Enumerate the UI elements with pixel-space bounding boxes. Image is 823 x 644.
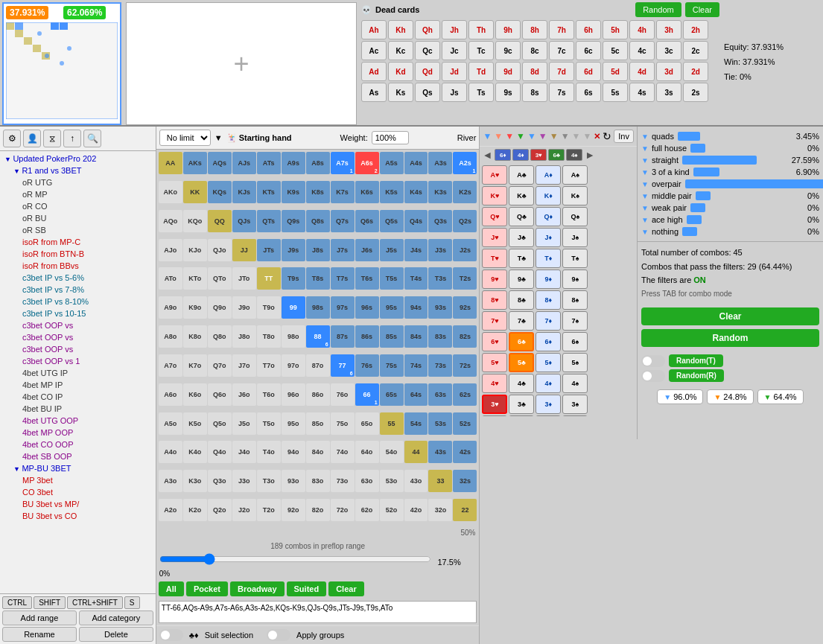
rg-cell-94o[interactable]: 94o (282, 441, 305, 463)
dead-card-5s[interactable]: 5s (603, 83, 628, 102)
board-card-9s[interactable]: 9♠ (562, 270, 588, 289)
rg-cell-Q2s[interactable]: Q2s (453, 210, 477, 232)
rg-cell-94s[interactable]: 94s (404, 296, 428, 319)
rg-cell-T9o[interactable]: T9o (257, 296, 281, 319)
rg-cell-T7s[interactable]: T7s (331, 267, 355, 290)
tree-item-5[interactable]: oR BU (1, 212, 154, 224)
rg-cell-AJs[interactable]: AJs (232, 152, 256, 174)
weight-input[interactable] (372, 131, 409, 144)
rg-cell-T6o[interactable]: T6o (257, 383, 281, 406)
rg-cell-QTo[interactable]: QTo (208, 267, 232, 290)
dead-card-Kh[interactable]: Kh (388, 20, 413, 39)
board-card-Jh[interactable]: J♥ (482, 228, 507, 247)
board-card-4c[interactable]: 4♣ (509, 374, 534, 393)
filter-triangle-4[interactable]: ▼ (516, 131, 525, 141)
dead-card-Jd[interactable]: Jd (442, 62, 467, 81)
rg-cell-87o[interactable]: 87o (306, 354, 330, 377)
tree-item-16[interactable]: c3bet OOP vs (1, 343, 154, 355)
clear-dead-cards-button[interactable]: Clear (685, 2, 719, 17)
rename-btn[interactable]: Rename (2, 627, 77, 642)
rg-cell-86s[interactable]: 86s (355, 325, 379, 348)
rg-cell-QTs[interactable]: QTs (257, 210, 281, 232)
rg-cell-J7s[interactable]: J7s (331, 239, 355, 261)
board-card-Jc[interactable]: J♣ (509, 228, 534, 247)
filter-clear-icon[interactable]: ✕ (594, 132, 600, 141)
dead-card-8d[interactable]: 8d (522, 62, 547, 81)
board-card-2h[interactable]: 2♥ (482, 415, 507, 416)
add-range-icon[interactable]: + (233, 48, 249, 80)
rg-cell-K4s[interactable]: K4s (404, 181, 428, 203)
rg-cell-99[interactable]: 99 (282, 296, 305, 319)
rg-cell-Q9o[interactable]: Q9o (208, 296, 232, 319)
board-card-8s[interactable]: 8♠ (562, 290, 588, 310)
rg-cell-J3s[interactable]: J3s (428, 239, 452, 261)
filter-triangle-5[interactable]: ▼ (527, 131, 536, 141)
rg-cell-33[interactable]: 33 (428, 470, 452, 492)
rg-cell-Q7s[interactable]: Q7s (331, 210, 355, 232)
rg-cell-72s[interactable]: 72s (453, 354, 477, 377)
rg-cell-KTo[interactable]: KTo (183, 267, 207, 290)
rg-cell-42s[interactable]: 42s (453, 441, 477, 463)
rg-cell-92s[interactable]: 92s (453, 296, 477, 319)
hand-filter-straight[interactable]: ▼straight27.59% (641, 154, 819, 166)
board-card-9h[interactable]: 9♥ (482, 270, 507, 289)
board-card-Qc[interactable]: Q♣ (509, 207, 534, 226)
tree-item-8[interactable]: isoR from BTN-B (1, 248, 154, 260)
inv-button[interactable]: Inv (614, 130, 634, 143)
rg-cell-86o[interactable]: 86o (306, 383, 330, 406)
filter-badge-96.0%[interactable]: ▼96.0% (657, 389, 703, 404)
rg-cell-AQo[interactable]: AQo (159, 210, 182, 232)
rg-cell-T8s[interactable]: T8s (306, 267, 330, 290)
rg-cell-J4o[interactable]: J4o (232, 441, 256, 463)
board-card-2s[interactable]: 2♠ (562, 415, 588, 416)
board-card-Td[interactable]: T♦ (536, 249, 561, 268)
board-card-7d[interactable]: 7♦ (536, 311, 561, 331)
tree-item-13[interactable]: c3bet IP vs 10-15 (1, 307, 154, 319)
rg-cell-Q6o[interactable]: Q6o (208, 383, 232, 406)
delete-btn[interactable]: Delete (79, 627, 153, 642)
rg-cell-T3s[interactable]: T3s (428, 267, 452, 290)
rg-cell-KQs[interactable]: KQs (208, 181, 232, 203)
rg-cell-76s[interactable]: 76s (355, 354, 379, 377)
rg-cell-84s[interactable]: 84s (404, 325, 428, 348)
rg-cell-Q3o[interactable]: Q3o (208, 470, 232, 492)
rg-cell-73o[interactable]: 73o (331, 470, 355, 492)
dead-card-3h[interactable]: 3h (656, 20, 681, 39)
board-selected-card-2[interactable]: 4♦ (512, 149, 529, 161)
rg-cell-Q8o[interactable]: Q8o (208, 325, 232, 348)
filter-triangle-1[interactable]: ▼ (483, 131, 492, 141)
board-card-Ad[interactable]: A♦ (536, 165, 561, 185)
rg-cell-72o[interactable]: 72o (331, 499, 355, 521)
rg-cell-Q5o[interactable]: Q5o (208, 412, 232, 435)
tree-item-26[interactable]: ▼ MP-BU 3BET (1, 462, 154, 474)
random-button[interactable]: Random (635, 2, 681, 17)
rg-cell-KJs[interactable]: KJs (232, 181, 256, 203)
pct-slider[interactable] (159, 553, 432, 565)
rg-cell-QJo[interactable]: QJo (208, 239, 232, 261)
range-action-broadway-btn[interactable]: Broadway (230, 581, 285, 596)
rg-cell-32o[interactable]: 32o (428, 499, 452, 521)
rg-cell-Q4s[interactable]: Q4s (404, 210, 428, 232)
rg-cell-T9s[interactable]: T9s (282, 267, 305, 290)
rg-cell-A9o[interactable]: A9o (159, 296, 182, 319)
hand-filter-full-house[interactable]: ▼full house0% (641, 142, 819, 154)
tree-item-23[interactable]: 4bet MP OOP (1, 427, 154, 439)
rg-cell-T3o[interactable]: T3o (257, 470, 281, 492)
shortcut-shift[interactable]: SHIFT (34, 596, 66, 609)
hand-filter-overpair[interactable]: ▼overpair62.07% (641, 178, 819, 190)
rg-cell-J5o[interactable]: J5o (232, 412, 256, 435)
rg-cell-J6s[interactable]: J6s (355, 239, 379, 261)
dead-card-2h[interactable]: 2h (683, 20, 708, 39)
rg-cell-J3o[interactable]: J3o (232, 470, 256, 492)
rg-cell-JTs[interactable]: JTs (257, 239, 281, 261)
dead-card-6c[interactable]: 6c (576, 41, 601, 60)
rg-cell-JJ[interactable]: JJ (232, 239, 256, 261)
rg-cell-ATo[interactable]: ATo (159, 267, 182, 290)
rg-cell-74o[interactable]: 74o (331, 441, 355, 463)
rg-cell-A8o[interactable]: A8o (159, 325, 182, 348)
rg-cell-42o[interactable]: 42o (404, 499, 428, 521)
settings-icon[interactable]: ⚙ (3, 130, 21, 147)
board-card-8d[interactable]: 8♦ (536, 290, 561, 310)
nav-right-arrow[interactable]: ► (585, 149, 595, 161)
rg-cell-T6s[interactable]: T6s (355, 267, 379, 290)
